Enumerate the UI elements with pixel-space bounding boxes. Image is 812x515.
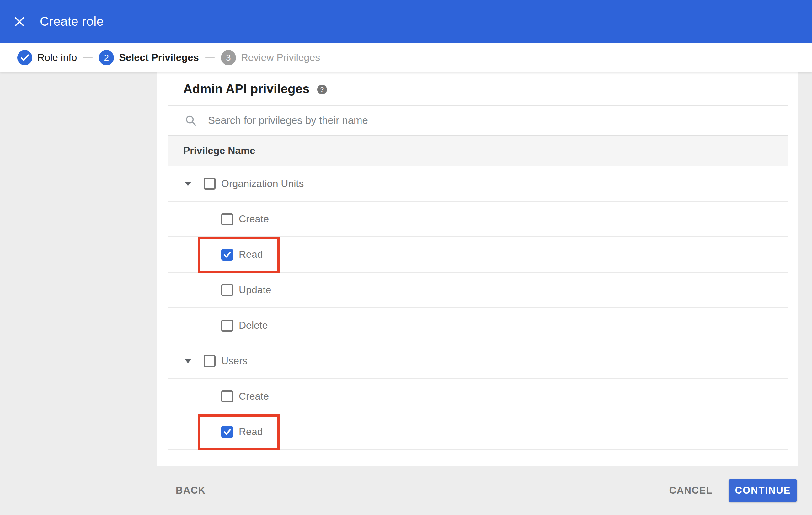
privilege-label: Update <box>239 284 271 296</box>
section-heading: Admin API privileges <box>183 82 310 96</box>
search-row <box>168 105 787 135</box>
privilege-search-input[interactable] <box>208 115 679 126</box>
partial-row <box>168 450 787 466</box>
section-heading-row: Admin API privileges ? <box>168 72 787 105</box>
step-3-number: 3 <box>226 53 231 63</box>
privilege-row: Read <box>168 237 787 273</box>
back-button[interactable]: BACK <box>176 485 206 496</box>
privileges-table: Admin API privileges ? Privilege Name Or… <box>168 72 788 466</box>
privilege-checkbox[interactable] <box>221 284 233 296</box>
step-3-indicator[interactable]: 3 <box>221 50 236 65</box>
privilege-label: Read <box>239 426 263 437</box>
table-header-row: Privilege Name <box>168 135 787 166</box>
privilege-group-row: Organization Units <box>168 166 787 202</box>
wizard-footer: BACK CANCEL CONTINUE <box>157 466 798 515</box>
privilege-label: Delete <box>239 320 268 331</box>
step-label-review-privileges: Review Privileges <box>241 52 320 63</box>
step-connector <box>83 57 92 58</box>
wizard-stepper: Role info 2 Select Privileges 3 Review P… <box>0 43 812 72</box>
privilege-label: Read <box>239 249 263 260</box>
step-connector <box>205 57 214 58</box>
column-header-privilege-name: Privilege Name <box>183 145 255 156</box>
privilege-label: Organization Units <box>221 178 304 189</box>
continue-button[interactable]: CONTINUE <box>729 479 797 502</box>
privilege-checkbox[interactable] <box>204 355 215 367</box>
collapse-triangle-icon[interactable] <box>184 359 192 363</box>
privilege-checkbox[interactable] <box>221 213 233 225</box>
step-complete-icon[interactable] <box>17 50 32 65</box>
content-card: Admin API privileges ? Privilege Name Or… <box>157 72 798 466</box>
privilege-label: Create <box>239 391 269 402</box>
privilege-row: Read <box>168 414 787 450</box>
step-label-role-info: Role info <box>37 52 77 63</box>
page-title: Create role <box>40 14 104 29</box>
privilege-label: Create <box>239 213 269 225</box>
step-2-number: 2 <box>104 53 109 63</box>
cancel-button[interactable]: CANCEL <box>669 485 713 496</box>
privilege-row: Delete <box>168 308 787 343</box>
privilege-checkbox[interactable] <box>221 249 233 261</box>
collapse-triangle-icon[interactable] <box>184 182 192 186</box>
page-body: Admin API privileges ? Privilege Name Or… <box>0 72 812 515</box>
privilege-checkbox[interactable] <box>221 320 233 332</box>
privilege-checkbox[interactable] <box>204 178 215 190</box>
privilege-row: Create <box>168 379 787 414</box>
help-icon[interactable]: ? <box>317 85 327 94</box>
close-icon[interactable] <box>14 16 25 27</box>
step-label-select-privileges: Select Privileges <box>119 52 199 63</box>
app-bar: Create role <box>0 0 812 43</box>
privilege-label: Users <box>221 355 248 367</box>
privilege-group-row: Users <box>168 343 787 379</box>
search-icon <box>185 115 197 126</box>
privilege-row: Create <box>168 202 787 237</box>
footer-actions: CANCEL CONTINUE <box>669 479 797 502</box>
privilege-checkbox[interactable] <box>221 426 233 438</box>
privilege-rows: Organization UnitsCreateReadUpdateDelete… <box>168 166 787 450</box>
step-2-indicator[interactable]: 2 <box>99 50 114 65</box>
privilege-row: Update <box>168 273 787 308</box>
privilege-checkbox[interactable] <box>221 391 233 402</box>
